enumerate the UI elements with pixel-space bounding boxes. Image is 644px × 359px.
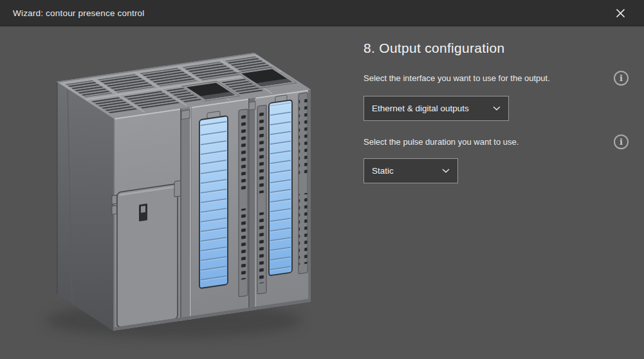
plc-device-render [35,45,322,347]
pulse-duration-dropdown-value: Static [372,166,394,176]
content-area: 8. Output configuration Select the inter… [0,26,644,359]
wizard-dialog: Wizard: contour presence control [0,0,644,359]
interface-info-button[interactable]: i [614,71,629,86]
chevron-down-icon [493,106,501,111]
pulse-duration-info-button[interactable]: i [614,134,629,149]
info-icon: i [620,74,623,82]
title-bar: Wizard: contour presence control [0,0,644,26]
pulse-duration-field-label: Select the pulse duration you want to us… [363,137,519,147]
step-heading: 8. Output configuration [363,41,504,56]
close-button[interactable] [607,0,634,26]
close-icon [616,8,625,18]
pulse-duration-dropdown[interactable]: Static [363,158,458,183]
window-title: Wizard: contour presence control [13,8,145,18]
interface-dropdown-value: Ethernet & digital outputs [372,104,469,113]
interface-dropdown[interactable]: Ethernet & digital outputs [363,96,509,121]
3d-viewport [0,26,358,359]
config-panel: 8. Output configuration Select the inter… [363,26,629,359]
interface-field-label: Select the interface you want to use for… [363,73,550,84]
info-icon: i [620,138,623,146]
chevron-down-icon [442,169,450,173]
